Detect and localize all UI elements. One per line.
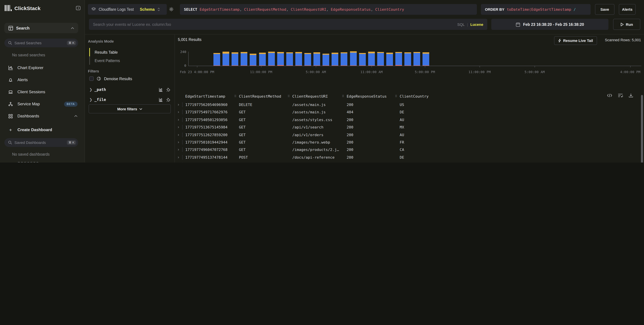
chart-bar[interactable]	[395, 52, 402, 66]
order-by-input[interactable]: ORDER BY toDateTime(EdgeStartTimestamp /	[481, 4, 591, 15]
run-button[interactable]: Run	[613, 19, 640, 30]
chart-bar[interactable]	[259, 53, 266, 66]
pin-icon[interactable]	[166, 87, 170, 92]
cell-ClientRequestMethod: POST	[239, 155, 290, 160]
expand-chevron-icon[interactable]: ›	[177, 110, 180, 114]
chart-bar[interactable]	[295, 52, 302, 66]
lucene-toggle[interactable]: Lucene	[470, 22, 483, 26]
more-filters-button[interactable]: More filters	[88, 104, 171, 113]
column-header-ClientRequestMethod[interactable]: ClientRequestMethod	[239, 94, 281, 99]
select-clause-input[interactable]: SELECT EdgeStartTimestamp, ClientRequest…	[180, 4, 477, 15]
column-header-ClientRequestURI[interactable]: ClientRequestURI	[292, 94, 328, 99]
denoise-results-control[interactable]: Denoise Results	[89, 76, 132, 81]
chart-bar[interactable]	[232, 52, 238, 66]
sql-toggle[interactable]: SQL	[457, 22, 465, 26]
expand-chevron-icon[interactable]: ›	[177, 103, 180, 107]
table-row[interactable]: ›1771977513675145984GET/api/v1/search200…	[175, 124, 639, 131]
cell-EdgeResponseStatus: 200	[347, 155, 384, 160]
chart-bar[interactable]	[268, 52, 275, 66]
chart-bar[interactable]	[377, 52, 384, 66]
mode-results-table[interactable]: Results Table	[89, 48, 171, 56]
chart-bar[interactable]	[404, 52, 411, 66]
sidebar-item-client-sessions[interactable]: Client Sessions	[4, 87, 81, 96]
table-row[interactable]: ›1771977540501293056GET/assets/styles.cs…	[175, 117, 639, 124]
filter-field-path[interactable]: ❯ _path	[89, 86, 170, 93]
chart-bar[interactable]	[322, 54, 329, 66]
collapse-sidebar-icon[interactable]	[76, 6, 80, 10]
vertical-scrollbar[interactable]	[641, 95, 643, 162]
sidebar-item-dashboards[interactable]: Dashboards	[4, 112, 81, 120]
column-header-EdgeResponseStatus[interactable]: EdgeResponseStatus	[347, 94, 386, 99]
time-range-picker[interactable]: Feb 23 16:38:20 - Feb 25 16:38:20	[491, 19, 608, 30]
expand-chevron-icon[interactable]: ›	[177, 148, 180, 152]
expand-chevron-icon[interactable]: ›	[177, 155, 180, 159]
table-row[interactable]: ›1771977512627859200GET/api/v1/orders200…	[175, 132, 639, 139]
column-drag-handle[interactable]: ⠿	[288, 95, 290, 98]
mode-event-patterns[interactable]: Event Patterns	[89, 56, 171, 65]
expand-chevron-icon[interactable]: ›	[177, 140, 180, 144]
chart-bar[interactable]	[350, 51, 356, 66]
create-dashboard-button[interactable]: + Create Dashboard	[4, 125, 81, 134]
chart-bar[interactable]	[414, 52, 420, 66]
column-drag-handle[interactable]: ⠿	[395, 95, 397, 98]
column-header-ClientCountry[interactable]: ClientCountry	[400, 94, 428, 99]
table-row[interactable]: ›1771977562054696960DELETE/assets/main.j…	[175, 102, 639, 109]
table-row[interactable]: ›1771977549717662976GET/assets/main.js40…	[175, 109, 639, 117]
chart-bar[interactable]	[304, 53, 311, 66]
sidebar-item-alerts[interactable]: Alerts	[4, 75, 81, 84]
chart-bar[interactable]	[359, 53, 366, 66]
denoise-checkbox[interactable]	[89, 76, 94, 81]
chart-bar[interactable]	[241, 52, 248, 66]
chart-bar[interactable]	[277, 52, 284, 66]
search-input[interactable]	[93, 22, 457, 26]
column-header-EdgeStartTimestamp[interactable]: EdgeStartTimestamp	[185, 94, 225, 99]
saved-searches-input[interactable]: Saved Searches ⌘ K	[4, 38, 78, 47]
filter-field-file[interactable]: ❯ _file	[89, 96, 170, 103]
chart-bar[interactable]	[250, 54, 256, 66]
bar-segment-warn	[350, 51, 356, 53]
source-settings-gear-icon[interactable]	[169, 7, 174, 12]
no-saved-searches-text: No saved searches	[12, 53, 45, 57]
expand-chevron-icon[interactable]: ›	[177, 133, 180, 137]
bar-segment-ok	[404, 53, 411, 65]
results-histogram[interactable]: 240 0 Feb 23 4:00:00 PM11:00:00 PM5:00:0…	[175, 47, 644, 80]
sidebar-item-search[interactable]: Search	[4, 23, 78, 33]
chart-bar[interactable]	[423, 52, 430, 66]
presets-header[interactable]: PRESETS	[12, 161, 39, 162]
bar-chart-icon[interactable]	[159, 97, 163, 102]
chart-bar[interactable]	[341, 52, 348, 66]
x-axis-line	[188, 66, 641, 66]
cell-EdgeResponseStatus: 200	[347, 148, 384, 152]
event-search-bar[interactable]: SQL | Lucene	[89, 19, 487, 30]
source-selector[interactable]: Cloudflare Logs Test Schema	[88, 4, 167, 15]
chart-bar[interactable]	[222, 52, 229, 66]
resume-live-tail-button[interactable]: Resume Live Tail	[554, 36, 597, 45]
sidebar-item-chart-explorer[interactable]: Chart Explorer	[4, 63, 81, 72]
table-row[interactable]: ›1771977496047072768GET/images/products/…	[175, 147, 639, 154]
column-drag-handle[interactable]: ⠿	[234, 95, 236, 98]
bar-segment-warn	[359, 53, 366, 54]
expand-chevron-icon[interactable]: ›	[177, 118, 180, 122]
alerts-button[interactable]: Alerts	[619, 4, 636, 15]
query-language-toggle[interactable]: SQL | Lucene	[457, 22, 483, 26]
table-row[interactable]: ›1771977501019442944GET/images/hero.webp…	[175, 139, 639, 147]
saved-dashboards-input[interactable]: Saved Dashboards ⌘ K	[4, 138, 78, 147]
table-row[interactable]: ›1771977495137478144POST/docs/api-refere…	[175, 154, 639, 162]
column-drag-handle[interactable]: ⠿	[342, 95, 344, 98]
chart-bar[interactable]	[286, 52, 293, 66]
table-row[interactable]: ›1771977490563613952GET/api/v1/orders200…	[175, 162, 639, 162]
expand-chevron-icon[interactable]: ›	[177, 125, 180, 129]
chart-bar[interactable]	[214, 53, 220, 66]
chart-bar[interactable]	[368, 52, 375, 66]
chart-bar[interactable]	[332, 53, 338, 66]
bar-chart-icon[interactable]	[159, 87, 163, 92]
cell-ClientRequestMethod: GET	[239, 110, 290, 115]
results-panel: 5,001 Results Resume Live Tail Scanned R…	[174, 34, 644, 162]
pin-icon[interactable]	[166, 97, 170, 102]
sidebar-item-service-map[interactable]: Service Map BETA	[4, 100, 81, 108]
save-button[interactable]: Save	[595, 4, 614, 15]
chart-bar[interactable]	[314, 52, 320, 66]
chart-bar[interactable]	[386, 53, 393, 66]
chevron-up-icon	[71, 27, 74, 29]
play-icon	[620, 22, 624, 26]
